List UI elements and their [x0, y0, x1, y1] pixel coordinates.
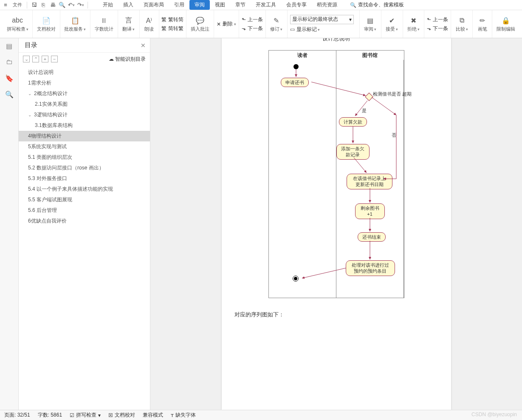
- tab-insert[interactable]: 插入: [118, 0, 138, 10]
- command-search[interactable]: 🔍 查找命令、搜索模板: [350, 1, 404, 8]
- sb-page[interactable]: 页面: 32/51: [4, 412, 30, 419]
- redo-icon[interactable]: ↷: [77, 1, 85, 9]
- sb-proof[interactable]: ☒文档校对: [108, 412, 135, 419]
- toc-item-12[interactable]: 5.5 客户端试图展现: [19, 194, 150, 205]
- simp2trad-button[interactable]: 繁简转繁: [161, 25, 183, 33]
- ink-icon: ✏: [478, 16, 487, 25]
- toc-item-9[interactable]: 5.2 数据访问层接口（rose 画出）: [19, 163, 150, 173]
- undo-icon[interactable]: ↶: [68, 1, 75, 9]
- approval-button[interactable]: 📋批改服务: [62, 16, 87, 32]
- tab-start[interactable]: 开始: [98, 0, 118, 10]
- toc-item-1[interactable]: 1需求分析: [19, 78, 150, 88]
- close-icon[interactable]: ✕: [141, 42, 146, 49]
- compare-button[interactable]: ⧉比较: [454, 16, 470, 32]
- toc-header: 目录 ✕: [19, 38, 150, 53]
- saveas-icon[interactable]: ⎘: [40, 1, 47, 9]
- document-area[interactable]: 设计总说明 读者 图书馆 申请还书 检测借书是否 超期 是: [150, 38, 522, 410]
- tab-layout[interactable]: 页面布局: [138, 0, 169, 10]
- toc-pane: 目录 ✕ ⌄ ⌃ + − ☁ 智能识别目录 设计总说明1需求分析2概念结构设计2…: [19, 38, 150, 410]
- find-icon[interactable]: 🔍: [5, 90, 14, 99]
- toc-item-11[interactable]: 5.4 以一个例子来具体描述功能的实现: [19, 184, 150, 194]
- sb-words[interactable]: 字数: 5861: [38, 412, 62, 419]
- remove-level-icon[interactable]: −: [51, 56, 58, 62]
- add-level-icon[interactable]: +: [42, 56, 48, 62]
- revise-icon: ✎: [272, 16, 281, 25]
- read-button[interactable]: A⁾朗读: [143, 16, 155, 32]
- revise-button[interactable]: ✎修订: [268, 16, 284, 32]
- tab-review[interactable]: 审阅: [189, 0, 210, 10]
- toc-item-10[interactable]: 5.3 对外服务接口: [19, 173, 150, 184]
- insert-comment-button[interactable]: 💬插入批注: [189, 16, 211, 32]
- toc-item-13[interactable]: 5.6 后台管理: [19, 205, 150, 216]
- proofread-button[interactable]: 📄文档校对: [35, 16, 57, 32]
- up-icon: ⬑: [427, 17, 431, 23]
- body-area: ▤ 🗀 🔖 🔍 目录 ✕ ⌄ ⌃ + − ☁ 智能识别目录 设计总说明1需求分析…: [0, 38, 522, 410]
- sb-spell[interactable]: ☑拼写检查▾: [70, 412, 101, 419]
- sb-compat[interactable]: 兼容模式: [143, 412, 163, 419]
- clipboard-icon[interactable]: 🗀: [5, 58, 14, 66]
- menu-icon[interactable]: ≡: [2, 1, 9, 9]
- swimlane-diagram: 读者 图书馆 申请还书 检测借书是否 超期 是 否 计算欠款: [268, 50, 404, 298]
- sb-missfont[interactable]: ᴛ缺失字体: [171, 412, 196, 419]
- smart-toc-button[interactable]: ☁ 智能识别目录: [109, 56, 146, 63]
- save-icon[interactable]: 🖫: [30, 1, 38, 9]
- trad2simp-button[interactable]: 繁繁转简: [161, 16, 183, 24]
- print-icon[interactable]: 🖶: [49, 1, 56, 9]
- swim-col1-header: 读者: [269, 51, 337, 60]
- menubar-left: ≡ 文件 🖫 ⎘ 🖶 🔍 ↶ ↷: [2, 1, 89, 9]
- collapse-all-icon[interactable]: ⌄: [23, 56, 30, 62]
- markup-combo[interactable]: 显示标记的最终状态▾: [290, 15, 354, 24]
- spellcheck-button[interactable]: abc拼写检查: [5, 16, 30, 32]
- toc-item-14[interactable]: 6优缺点自我评价: [19, 216, 150, 226]
- file-menu[interactable]: 文件: [11, 1, 24, 9]
- toc-item-8[interactable]: 5.1 类图的组织层次: [19, 152, 150, 163]
- restrict-button[interactable]: 🔒限制编辑: [495, 16, 517, 32]
- accept-icon: ✔: [387, 16, 397, 25]
- toc-item-2[interactable]: 2概念结构设计: [19, 88, 150, 99]
- review-pane-button[interactable]: ▤审阅: [362, 16, 378, 32]
- tab-reference[interactable]: 引用: [169, 0, 189, 10]
- lock-icon: 🔒: [501, 16, 511, 25]
- bookmark-icon[interactable]: 🔖: [5, 74, 14, 82]
- outline-icon[interactable]: ▤: [5, 42, 14, 50]
- wordcount-icon: ⫼: [99, 16, 109, 25]
- activity-end: 还书结束: [358, 232, 386, 242]
- trad-icon: 繁: [161, 16, 166, 23]
- tab-dev[interactable]: 开发工具: [251, 0, 281, 10]
- translate-icon: 言: [124, 16, 133, 25]
- activity-calc: 计算欠款: [339, 117, 367, 127]
- toc-item-3[interactable]: 2.1实体关系图: [19, 99, 150, 110]
- left-rail: ▤ 🗀 🔖 🔍: [0, 38, 19, 410]
- tab-member[interactable]: 会员专享: [281, 0, 312, 10]
- prev-comment-button: ⬑上一条: [242, 16, 263, 24]
- up-item-button[interactable]: ⬑上一条: [427, 16, 448, 24]
- swim-col1: 申请还书: [269, 60, 336, 298]
- next-comment-button: ⬎下一条: [242, 25, 263, 33]
- show-markup-button[interactable]: ▭显示标记: [290, 25, 320, 34]
- no-label: 否: [392, 132, 396, 138]
- tab-view[interactable]: 视图: [210, 0, 230, 10]
- translate-button[interactable]: 言翻译: [121, 16, 136, 32]
- tab-docer[interactable]: 稻壳资源: [312, 0, 342, 10]
- accept-button[interactable]: ✔接受: [384, 16, 400, 32]
- toc-item-6[interactable]: 4物理结构设计: [19, 131, 150, 141]
- markup-icon: ▭: [290, 26, 295, 32]
- toc-item-0[interactable]: 设计总说明: [19, 67, 150, 78]
- preview-icon[interactable]: 🔍: [58, 1, 66, 9]
- activity-update: 在该借书记录上 更新还书日期: [347, 174, 392, 189]
- reject-button[interactable]: ✖拒绝: [406, 16, 421, 32]
- expand-all-icon[interactable]: ⌃: [32, 56, 39, 62]
- statusbar: 页面: 32/51 字数: 5861 ☑拼写检查▾ ☒文档校对 兼容模式 ᴛ缺失…: [0, 410, 522, 420]
- chevron-down-icon: ▾: [349, 17, 352, 23]
- down-item-button[interactable]: ⬎下一条: [427, 25, 448, 33]
- tab-chapter[interactable]: 章节: [230, 0, 251, 10]
- swim-col2-header: 图书馆: [336, 51, 404, 60]
- toc-item-4[interactable]: 3逻辑结构设计: [19, 110, 150, 120]
- wordcount-button[interactable]: ⫼字数统计: [93, 16, 115, 32]
- ink-button[interactable]: ✏画笔: [476, 16, 489, 32]
- toc-item-7[interactable]: 5系统实现与测试: [19, 141, 150, 152]
- check-icon: ☑: [70, 412, 74, 418]
- ribbon-tabs: 开始 插入 页面布局 引用 审阅 视图 章节 开发工具 会员专享 稻壳资源: [98, 0, 342, 10]
- toc-item-5[interactable]: 3.1数据库表结构: [19, 120, 150, 131]
- toc-tools: ⌄ ⌃ + − ☁ 智能识别目录: [19, 53, 150, 65]
